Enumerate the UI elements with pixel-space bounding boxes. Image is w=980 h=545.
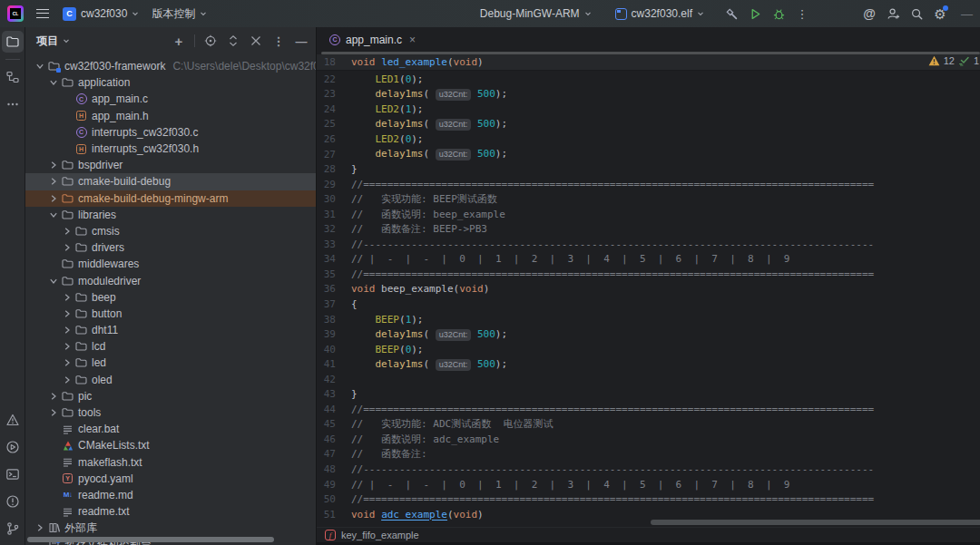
tree-item[interactable]: libraries <box>25 207 316 223</box>
chevron-expanded-icon[interactable] <box>49 277 58 286</box>
chevron-collapsed-icon[interactable] <box>63 243 72 252</box>
line-number[interactable]: 47 <box>317 448 351 460</box>
code-line[interactable]: 23 delay1ms( u32Cnt: 500); <box>317 87 980 102</box>
tree-item[interactable]: readme.txt <box>25 503 316 520</box>
line-number[interactable]: 29 <box>317 179 351 190</box>
tree-item[interactable]: cw32f030-frameworkC:\Users\dele\Desktop\… <box>25 58 316 74</box>
chevron-collapsed-icon[interactable] <box>63 358 72 367</box>
tree-item[interactable]: cmake-build-debug-mingw-arm <box>25 190 316 207</box>
chevron-collapsed-icon[interactable] <box>63 342 72 351</box>
code-line[interactable]: 25 delay1ms( u32Cnt: 500); <box>317 117 980 132</box>
tree-item[interactable]: cmake-build-debug <box>25 173 316 190</box>
build-button[interactable] <box>720 3 743 24</box>
code-line[interactable]: 44//====================================… <box>317 402 980 417</box>
code-line[interactable]: 33//------------------------------------… <box>317 237 980 252</box>
code-line[interactable]: 43} <box>317 386 980 402</box>
code-line[interactable]: 24 LED2(1); <box>317 102 980 117</box>
code-line[interactable]: 22 LED1(0); <box>317 72 980 87</box>
chevron-collapsed-icon[interactable] <box>35 523 44 532</box>
line-number[interactable]: 30 <box>317 193 351 205</box>
line-number[interactable]: 27 <box>317 149 351 161</box>
tree-item[interactable]: pic <box>25 388 316 404</box>
chevron-collapsed-icon[interactable] <box>49 161 58 170</box>
line-number[interactable]: 25 <box>317 118 351 130</box>
line-number[interactable]: 37 <box>317 298 351 310</box>
code-line[interactable]: 28} <box>317 161 980 177</box>
notifications-tool-button[interactable] <box>2 491 24 512</box>
tree-item[interactable]: bspdriver <box>25 157 316 173</box>
code-line[interactable]: 40 BEEP(0); <box>317 342 980 357</box>
line-number[interactable]: 36 <box>317 283 351 295</box>
services-tool-button[interactable] <box>2 436 24 458</box>
collapse-all-button[interactable] <box>249 34 263 48</box>
code-line[interactable]: 34// | - | - | 0 | 1 | 2 | 3 | 4 | 5 | 6… <box>317 252 980 268</box>
project-horizontal-scrollbar[interactable] <box>27 537 274 542</box>
tree-item[interactable]: moduledriver <box>25 272 316 288</box>
tree-item[interactable]: Happ_main.h <box>25 108 316 124</box>
tree-item[interactable]: makeflash.txt <box>25 454 316 471</box>
line-number[interactable]: 26 <box>317 133 351 145</box>
project-tool-button[interactable] <box>2 31 24 53</box>
chevron-collapsed-icon[interactable] <box>49 408 58 417</box>
chevron-collapsed-icon[interactable] <box>63 309 72 318</box>
line-number[interactable]: 48 <box>317 463 351 475</box>
code-line[interactable]: 42 <box>317 372 980 387</box>
project-widget[interactable]: C cw32f030 <box>56 3 145 24</box>
chevron-collapsed-icon[interactable] <box>63 326 72 335</box>
version-control-tool-button[interactable] <box>2 518 24 540</box>
line-number[interactable]: 45 <box>317 418 351 430</box>
tree-item[interactable]: dht11 <box>25 322 316 338</box>
tree-item[interactable]: lcd <box>25 338 316 355</box>
line-number[interactable]: 34 <box>317 253 351 265</box>
tree-item[interactable]: Ypyocd.yaml <box>25 471 316 487</box>
settings-button[interactable]: ⚙ <box>928 3 952 24</box>
chevron-collapsed-icon[interactable] <box>49 177 58 186</box>
code-line[interactable]: 50//====================================… <box>317 491 980 507</box>
code-line[interactable]: 27 delay1ms( u32Cnt: 500); <box>317 147 980 162</box>
add-button[interactable]: + <box>172 34 186 48</box>
line-number[interactable]: 33 <box>317 238 351 250</box>
line-number[interactable]: 35 <box>317 268 351 280</box>
ai-assistant-button[interactable]: @ <box>858 3 881 24</box>
code-line[interactable]: 48//------------------------------------… <box>317 462 980 477</box>
chevron-collapsed-icon[interactable] <box>63 375 72 384</box>
chevron-expanded-icon[interactable] <box>35 62 44 71</box>
line-number[interactable]: 51 <box>317 509 351 521</box>
tree-item[interactable]: Hinterrupts_cw32f030.h <box>25 141 316 157</box>
tree-item[interactable]: tools <box>25 404 316 421</box>
code-line[interactable]: 31// 函数说明: beep_example <box>317 207 980 222</box>
minimize-button[interactable]: — <box>961 7 973 21</box>
tree-item[interactable]: Cinterrupts_cw32f030.c <box>25 124 316 141</box>
inspections-widget[interactable]: 12 1 <box>928 55 980 66</box>
tree-item[interactable]: oled <box>25 372 316 388</box>
line-number[interactable]: 28 <box>317 163 351 175</box>
hide-panel-button[interactable]: — <box>294 34 309 48</box>
locate-file-button[interactable] <box>203 34 218 48</box>
run-button[interactable] <box>743 3 767 24</box>
more-actions-button[interactable]: ⋮ <box>790 3 814 24</box>
line-number[interactable]: 44 <box>317 404 351 415</box>
structure-tool-button[interactable] <box>2 66 24 88</box>
vcs-widget[interactable]: 版本控制 <box>145 3 213 24</box>
chevron-collapsed-icon[interactable] <box>63 227 72 236</box>
code-line[interactable]: 30// 实现功能: BEEP测试函数 <box>317 191 980 207</box>
line-number[interactable]: 39 <box>317 328 351 340</box>
line-number[interactable]: 23 <box>317 88 351 100</box>
line-number[interactable]: 38 <box>317 314 351 326</box>
code-line[interactable]: 36void beep_example(void) <box>317 282 980 297</box>
tree-item[interactable]: clear.bat <box>25 421 316 437</box>
expand-all-button[interactable] <box>226 34 240 48</box>
line-number[interactable]: 46 <box>317 433 351 445</box>
search-everywhere-button[interactable] <box>905 3 928 24</box>
problems-tool-button[interactable] <box>2 409 24 431</box>
line-number[interactable]: 42 <box>317 374 351 385</box>
line-number[interactable]: 50 <box>317 493 351 505</box>
chevron-collapsed-icon[interactable] <box>63 293 72 302</box>
main-menu-icon[interactable] <box>36 9 49 18</box>
code-line[interactable]: 41 delay1ms( u32Cnt: 500); <box>317 356 980 372</box>
chevron-expanded-icon[interactable] <box>49 78 58 87</box>
tree-item[interactable]: M↓readme.md <box>25 487 316 503</box>
debug-button[interactable] <box>767 3 790 24</box>
tree-item[interactable]: Capp_main.c <box>25 91 316 107</box>
line-number[interactable]: 22 <box>317 73 351 85</box>
